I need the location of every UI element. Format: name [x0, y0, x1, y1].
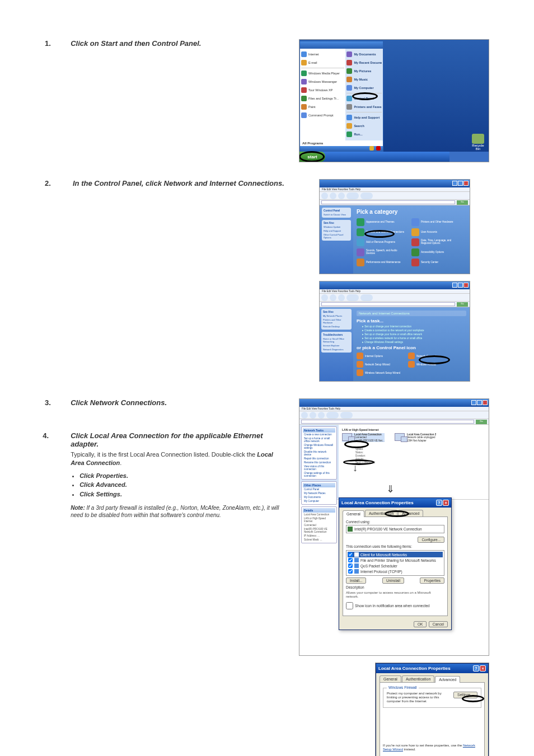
start-menu-item[interactable]: My Music: [346, 76, 382, 83]
forward-button[interactable]: [310, 412, 316, 419]
category-item[interactable]: Network and Internet Connections: [357, 228, 406, 236]
side-task-link[interactable]: Change Windows Firewall settings: [303, 443, 335, 450]
folders-button[interactable]: [360, 294, 373, 301]
component-checkbox[interactable]: [348, 552, 353, 557]
control-panel-icon[interactable]: Internet Options: [357, 353, 401, 359]
back-button[interactable]: [321, 294, 328, 301]
start-menu-item[interactable]: My Documents: [346, 50, 382, 58]
component-item[interactable]: File and Printer Sharing for Microsoft N…: [348, 557, 443, 563]
go-button[interactable]: Go: [457, 302, 468, 307]
address-input[interactable]: [301, 420, 474, 424]
start-menu-item[interactable]: Files and Settings Tr...: [301, 95, 344, 102]
side-link[interactable]: Printers and Other Hardware: [323, 318, 350, 324]
task-link[interactable]: ▸ Change Windows Firewall settings: [362, 341, 466, 344]
category-item[interactable]: Sounds, Speech, and Audio Devices: [357, 248, 406, 256]
control-panel-icon[interactable]: Wireless Network Setup Wizard: [357, 369, 401, 376]
help-button[interactable]: ?: [473, 665, 479, 672]
go-button[interactable]: Go: [476, 420, 487, 424]
see-also-link[interactable]: Windows Update: [324, 226, 349, 228]
side-task-link[interactable]: My Documents: [303, 495, 335, 499]
side-task-link[interactable]: My Network Places: [303, 491, 335, 495]
category-item[interactable]: Appearance and Themes: [357, 218, 406, 226]
side-task-link[interactable]: Create a new connection: [303, 433, 335, 436]
tab-general[interactable]: General: [343, 510, 364, 517]
start-menu-item[interactable]: Internet: [301, 50, 344, 58]
properties-button[interactable]: Properties: [420, 577, 444, 584]
component-checkbox[interactable]: [348, 569, 353, 574]
start-menu-item[interactable]: Control Panel: [346, 95, 382, 102]
show-icon-checkbox[interactable]: [346, 602, 353, 609]
tab-authentication[interactable]: Authentication: [365, 510, 397, 516]
back-button[interactable]: [321, 192, 328, 199]
logoff-icon[interactable]: [369, 146, 374, 151]
tab-advanced[interactable]: Advanced: [398, 510, 423, 516]
component-checkbox[interactable]: [348, 558, 353, 562]
start-menu-item[interactable]: Search: [346, 122, 382, 130]
side-task-link[interactable]: Repair this connection: [303, 457, 335, 461]
ok-button[interactable]: OK: [414, 621, 427, 627]
start-menu-item[interactable]: Windows Messenger: [301, 78, 344, 86]
troubleshooter-link[interactable]: Network Diagnostics: [323, 348, 350, 351]
troubleshooter-link[interactable]: Internet Explorer: [323, 344, 350, 347]
menubar[interactable]: File Edit View Favorites Tools Help: [320, 289, 470, 294]
all-programs[interactable]: All Programs: [300, 140, 383, 146]
install-button[interactable]: Install...: [346, 577, 366, 584]
start-button[interactable]: start: [299, 152, 325, 162]
side-task-link[interactable]: Rename this connection: [303, 461, 335, 464]
tab-authentication[interactable]: Authentication: [402, 675, 434, 682]
component-checkbox[interactable]: [348, 564, 353, 568]
settings-button[interactable]: Settings...: [453, 692, 477, 698]
recycle-bin-icon[interactable]: Recycle Bin: [472, 134, 484, 148]
task-link[interactable]: ▸ Set up or change your home or small of…: [362, 333, 466, 336]
side-link[interactable]: Remote Desktop: [323, 325, 350, 328]
task-link[interactable]: ▸ Set up or change your Internet connect…: [362, 325, 466, 328]
start-menu-item[interactable]: My Computer: [346, 84, 382, 92]
control-panel-icon[interactable]: Network Setup Wizard: [357, 361, 401, 368]
connection-item[interactable]: Local Area ConnectionConnectedIntel(R) P…: [342, 433, 385, 442]
see-also-link[interactable]: Help and Support: [324, 229, 349, 232]
search-button[interactable]: [326, 412, 339, 419]
up-button[interactable]: [338, 192, 345, 199]
forward-button[interactable]: [330, 192, 336, 199]
start-menu-item[interactable]: Windows Media Player: [301, 69, 344, 77]
category-item[interactable]: Accessibility Options: [411, 248, 461, 256]
connection-item[interactable]: Local Area Connection 2Network cable unp…: [395, 433, 437, 442]
menubar[interactable]: File Edit View Favorites Tools Help: [320, 187, 470, 192]
tab-advanced[interactable]: Advanced: [435, 676, 460, 683]
side-task-link[interactable]: View status of this connection: [303, 464, 335, 471]
task-link[interactable]: ▸ Set up a wireless network for a home o…: [362, 337, 466, 340]
cancel-button[interactable]: Cancel: [429, 621, 448, 627]
start-menu-item[interactable]: Printers and Faxes: [346, 103, 382, 111]
address-input[interactable]: [321, 200, 455, 204]
folders-button[interactable]: [340, 412, 353, 419]
start-menu-item[interactable]: My Pictures: [346, 67, 382, 75]
start-menu-item[interactable]: My Recent Documents: [346, 59, 382, 67]
category-item[interactable]: Security Center: [411, 259, 461, 266]
tab-general[interactable]: General: [380, 675, 401, 682]
start-menu-item[interactable]: Help and Support: [346, 114, 382, 121]
start-menu-item[interactable]: Command Prompt: [301, 111, 344, 119]
category-item[interactable]: Performance and Maintenance: [357, 259, 406, 266]
switch-view-link[interactable]: Switch to Classic View: [324, 213, 349, 216]
see-also-link[interactable]: Other Control Panel Options: [324, 233, 349, 239]
side-task-link[interactable]: Change settings of this connection: [303, 471, 335, 478]
component-item[interactable]: Internet Protocol (TCP/IP): [348, 569, 443, 574]
shutdown-icon[interactable]: [376, 146, 381, 151]
troubleshooter-link[interactable]: Home or Small Office Networking: [323, 337, 350, 343]
side-link[interactable]: My Network Places: [323, 314, 350, 317]
back-button[interactable]: [301, 412, 308, 419]
close-button[interactable]: ×: [480, 665, 486, 672]
up-button[interactable]: [338, 294, 345, 301]
control-panel-icon[interactable]: Windows Firewall: [408, 361, 453, 368]
configure-button[interactable]: Configure...: [418, 537, 444, 543]
side-task-link[interactable]: Control Panel: [303, 487, 335, 491]
component-item[interactable]: QoS Packet Scheduler: [348, 563, 443, 569]
start-menu-item[interactable]: Tour Windows XP: [301, 86, 344, 94]
items-listbox[interactable]: Client for Microsoft NetworksFile and Pr…: [346, 550, 444, 576]
menubar[interactable]: File Edit View Favorites Tools Help: [299, 407, 489, 411]
search-button[interactable]: [346, 294, 359, 301]
category-item[interactable]: Add or Remove Programs: [357, 238, 406, 246]
component-item[interactable]: Client for Microsoft Networks: [348, 552, 443, 557]
start-menu-item[interactable]: Paint: [301, 103, 344, 111]
side-task-link[interactable]: Disable this network device: [303, 450, 335, 457]
